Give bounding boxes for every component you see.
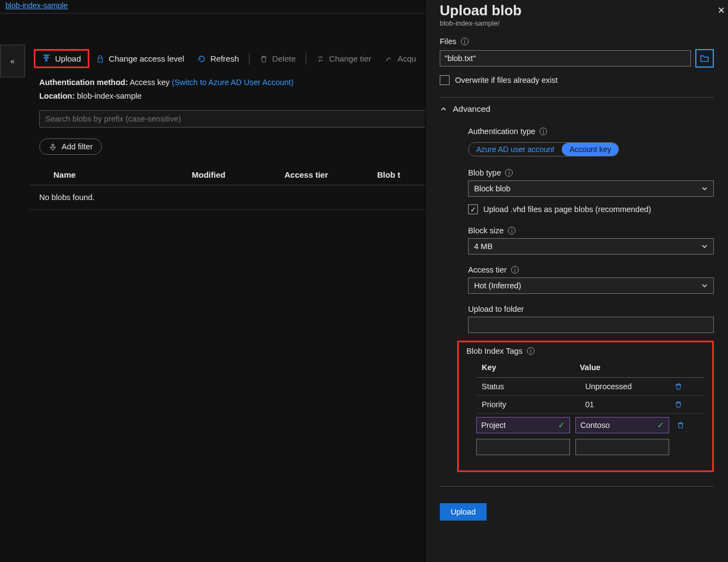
advanced-label: Advanced <box>453 104 490 114</box>
tag-row: Priority 01 <box>476 396 705 414</box>
switch-auth-link[interactable]: (Switch to Azure AD User Account) <box>172 78 293 87</box>
blob-type-select[interactable]: Block blob <box>468 180 714 197</box>
overwrite-label: Overwrite if files already exist <box>455 76 558 84</box>
browse-folder-button[interactable] <box>695 49 714 68</box>
filter-icon <box>48 142 57 151</box>
delete-button[interactable]: Delete <box>253 51 302 67</box>
pane-collapse-button[interactable]: « <box>0 45 25 77</box>
change-tier-button[interactable]: Change tier <box>310 51 378 67</box>
tag-col-key: Key <box>482 363 580 372</box>
tag-value[interactable]: 01 <box>580 400 667 409</box>
acquire-lease-label: Acqu <box>397 54 416 63</box>
tag-value[interactable]: Unprocessed <box>580 382 667 391</box>
check-icon: ✓ <box>657 421 664 430</box>
tag-key[interactable]: Priority <box>476 400 574 409</box>
access-tier-label: Access tier i <box>468 265 714 274</box>
lease-icon <box>384 55 393 63</box>
check-icon: ✓ <box>558 421 565 430</box>
chevron-up-icon <box>440 105 447 113</box>
acquire-lease-button[interactable]: Acqu <box>378 51 422 67</box>
upload-blob-panel: × Upload blob blob-index-sample/ Files i… <box>425 0 728 562</box>
auth-method-label: Authentication method: <box>39 78 128 87</box>
info-icon[interactable]: i <box>539 128 547 135</box>
blob-type-label: Blob type i <box>468 168 714 177</box>
auth-key-option[interactable]: Account key <box>562 143 618 156</box>
tag-value-input[interactable]: Contoso ✓ <box>575 417 669 433</box>
info-icon[interactable]: i <box>511 266 519 274</box>
access-tier-select[interactable]: Hot (Inferred) <box>468 277 714 294</box>
divider <box>440 97 714 98</box>
add-filter-button[interactable]: Add filter <box>39 138 102 155</box>
auth-method-value: Access key <box>130 78 169 87</box>
delete-tag-button[interactable] <box>672 383 684 390</box>
separator <box>249 53 250 65</box>
files-label: Files i <box>440 37 714 46</box>
delete-label: Delete <box>272 54 296 63</box>
col-modified[interactable]: Modified <box>192 170 284 179</box>
trash-icon <box>259 55 268 63</box>
refresh-label: Refresh <box>210 54 239 63</box>
col-access-tier[interactable]: Access tier <box>284 170 377 179</box>
tag-key-input[interactable]: Project ✓ <box>476 417 570 433</box>
auth-type-toggle: Azure AD user account Account key <box>468 142 619 156</box>
chevron-down-icon <box>701 282 708 289</box>
upload-folder-input[interactable] <box>468 317 714 333</box>
auth-aad-option[interactable]: Azure AD user account <box>469 143 562 156</box>
tag-row-new <box>476 436 705 457</box>
info-icon[interactable]: i <box>461 38 469 45</box>
upload-button[interactable]: Upload <box>34 49 89 68</box>
upload-submit-button[interactable]: Upload <box>440 503 487 521</box>
overwrite-checkbox[interactable] <box>440 75 450 85</box>
tag-row-editing: Project ✓ Contoso ✓ <box>476 414 705 436</box>
blob-index-tags-section: Blob Index Tags i Key Value Status Unpro… <box>457 341 714 472</box>
panel-subtitle: blob-index-sample/ <box>440 19 714 27</box>
delete-tag-button[interactable] <box>675 421 687 429</box>
tags-label: Blob Index Tags i <box>466 347 705 355</box>
location-label: Location: <box>39 92 75 100</box>
info-icon[interactable]: i <box>505 169 513 177</box>
swap-icon <box>316 55 325 63</box>
tag-key-input-empty[interactable] <box>476 439 570 455</box>
upload-label: Upload <box>55 54 81 63</box>
lock-icon <box>96 55 105 63</box>
block-size-label: Block size i <box>468 226 714 235</box>
change-access-level-button[interactable]: Change access level <box>89 51 191 67</box>
chevron-down-icon <box>701 243 708 250</box>
breadcrumb-container-link[interactable]: blob-index-sample <box>5 1 68 10</box>
change-tier-label: Change tier <box>329 54 372 63</box>
location-value: blob-index-sample <box>77 92 141 100</box>
tag-row: Status Unprocessed <box>476 378 705 396</box>
separator <box>306 53 306 65</box>
divider <box>440 486 714 487</box>
files-input[interactable] <box>440 50 691 67</box>
info-icon[interactable]: i <box>527 347 535 355</box>
delete-tag-button[interactable] <box>672 401 684 408</box>
tag-value-input-empty[interactable] <box>575 439 669 455</box>
vhd-label: Upload .vhd files as page blobs (recomme… <box>483 205 651 214</box>
change-access-level-label: Change access level <box>109 54 184 63</box>
tag-col-value: Value <box>580 363 667 372</box>
auth-type-label: Authentication type i <box>468 127 714 136</box>
vhd-checkbox[interactable] <box>468 204 478 214</box>
col-name[interactable]: Name <box>39 170 192 179</box>
tag-key[interactable]: Status <box>476 382 574 391</box>
upload-icon <box>42 55 51 63</box>
block-size-select[interactable]: 4 MB <box>468 238 714 255</box>
info-icon[interactable]: i <box>508 227 515 234</box>
folder-icon <box>700 53 709 63</box>
tag-table: Key Value Status Unprocessed Priority 01… <box>466 359 705 457</box>
upload-folder-label: Upload to folder <box>468 305 714 313</box>
add-filter-label: Add filter <box>62 142 93 151</box>
panel-title: Upload blob <box>440 2 714 19</box>
advanced-expander[interactable]: Advanced <box>440 104 714 114</box>
svg-rect-0 <box>98 58 102 62</box>
refresh-icon <box>197 55 206 63</box>
chevron-down-icon <box>701 185 708 192</box>
refresh-button[interactable]: Refresh <box>191 51 246 67</box>
close-icon[interactable]: × <box>718 3 725 17</box>
advanced-section: Authentication type i Azure AD user acco… <box>440 127 714 472</box>
